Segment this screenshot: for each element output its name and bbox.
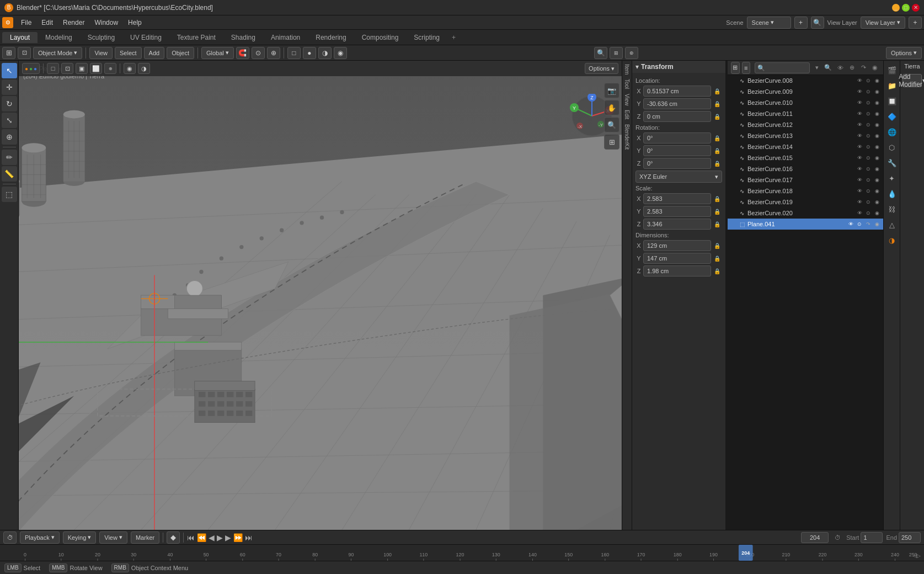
visibility-icon[interactable]: 👁	[856, 176, 863, 184]
move-tool[interactable]: ✛	[2, 79, 17, 95]
render-icon[interactable]: ◉	[873, 143, 881, 151]
render-icon[interactable]: ◉	[873, 132, 881, 140]
view-layer-selector[interactable]: View Layer ▾	[861, 17, 905, 29]
add-modifier-button[interactable]: Add Modifier ▾	[902, 74, 922, 87]
viewport-shading-solid3[interactable]: ▣	[76, 63, 88, 74]
visibility-icon[interactable]: 👁	[856, 209, 863, 217]
visibility-icon[interactable]: 👁	[856, 99, 863, 107]
outliner-item-beziercurve019[interactable]: ∿ BezierCurve.019 👁 ⊙ ◉	[728, 196, 883, 208]
visibility-icon[interactable]: 👁	[856, 132, 863, 140]
timeline-ruler[interactable]: 0 10 20 30 40 50 60 70 80 90 100 110 120…	[0, 544, 924, 561]
select-icon[interactable]: ⊙	[864, 187, 872, 195]
options-btn[interactable]: Options ▾	[886, 47, 922, 59]
outliner-item-beziercurve018[interactable]: ∿ BezierCurve.018 👁 ⊙ ◉	[728, 185, 883, 196]
rotation-y-lock[interactable]: 🔒	[712, 146, 722, 156]
render-vis-icon[interactable]: ◉	[873, 220, 881, 228]
select-icon[interactable]: ⊙	[864, 143, 872, 151]
outliner-select-icon[interactable]: ⊕	[847, 63, 857, 73]
render-icon[interactable]: ◉	[873, 121, 881, 129]
tab-shading[interactable]: Shading	[223, 32, 263, 43]
minimize-button[interactable]: _	[892, 4, 900, 12]
item-side-tab[interactable]: Item	[623, 62, 631, 77]
menu-render[interactable]: Render	[58, 18, 89, 28]
viewport-shading-menu[interactable]: ⊡	[18, 47, 31, 59]
outliner-item-beziercurve009[interactable]: ∿ BezierCurve.009 👁 ⊙ ◉	[728, 86, 883, 97]
visibility-icon[interactable]: 👁	[856, 165, 863, 173]
blender-menu-logo[interactable]: ⊙	[2, 17, 13, 28]
select-icon[interactable]: ⊙	[864, 88, 872, 95]
select-icon[interactable]: ⊙	[864, 110, 872, 118]
outliner-item-beziercurve020[interactable]: ∿ BezierCurve.020 👁 ⊙ ◉	[728, 208, 883, 219]
rotation-z-lock[interactable]: 🔒	[712, 158, 722, 168]
tab-layout[interactable]: Layout	[2, 32, 38, 43]
outliner-render-icon[interactable]: ◉	[870, 63, 880, 73]
scale-x-lock[interactable]: 🔒	[712, 194, 722, 204]
tab-sculpting[interactable]: Sculpting	[80, 32, 122, 43]
scale-y-value[interactable]: 2.583	[643, 206, 711, 217]
rendered-shade-btn[interactable]: ◉	[334, 47, 347, 59]
maximize-button[interactable]: □	[902, 4, 910, 12]
visibility-icon[interactable]: 👁	[856, 154, 863, 162]
tab-uv-editing[interactable]: UV Editing	[122, 32, 169, 43]
view-side-tab[interactable]: View	[623, 92, 631, 108]
visibility-icon[interactable]: 👁	[856, 143, 863, 151]
prev-keyframe-btn[interactable]: ⏪	[197, 533, 206, 542]
annotate-tool[interactable]: ✏	[2, 150, 17, 165]
jump-start-btn[interactable]: ⏮	[187, 533, 195, 542]
visibility-icon[interactable]: 👁	[856, 77, 863, 84]
scale-z-value[interactable]: 3.346	[643, 219, 711, 230]
visibility-icon[interactable]: 👁	[856, 198, 863, 206]
menu-edit[interactable]: Edit	[37, 18, 57, 28]
viewport-shading-solid2[interactable]: ⊡	[61, 63, 73, 74]
rotation-z-value[interactable]: 0°	[643, 158, 711, 169]
location-y-lock[interactable]: 🔒	[712, 99, 722, 109]
scale-y-lock[interactable]: 🔒	[712, 206, 722, 216]
next-keyframe-btn[interactable]: ⏩	[233, 533, 243, 542]
modifier-props-btn[interactable]: 🔧	[885, 156, 899, 170]
visibility-icon[interactable]: 👁	[856, 110, 863, 118]
scale-z-lock[interactable]: 🔒	[712, 219, 722, 229]
viewport-material-prev[interactable]: ◑	[138, 63, 150, 74]
close-button[interactable]: ✕	[912, 4, 920, 12]
viewport-shading-solid4[interactable]: ⬜	[90, 63, 102, 74]
menu-file[interactable]: File	[17, 18, 36, 28]
select-icon[interactable]: ⊙	[864, 121, 872, 129]
particles-props-btn[interactable]: ✦	[885, 171, 899, 185]
rotation-y-value[interactable]: 0°	[643, 145, 711, 156]
select-icon[interactable]: ⊙	[864, 198, 872, 206]
scale-tool[interactable]: ⤡	[2, 113, 17, 128]
tab-rendering[interactable]: Rendering	[308, 32, 354, 43]
data-props-btn[interactable]: △	[885, 217, 899, 232]
render-icon[interactable]: ◉	[873, 209, 881, 217]
physics-props-btn[interactable]: 💧	[885, 187, 899, 201]
render-icon[interactable]: ◉	[873, 110, 881, 118]
rotation-x-lock[interactable]: 🔒	[712, 133, 722, 143]
view-menu[interactable]: View	[89, 47, 113, 59]
visibility-icon-active[interactable]: 👁	[847, 220, 854, 228]
scene-selector[interactable]: Scene ▾	[747, 17, 791, 29]
select-menu[interactable]: Select	[115, 47, 142, 59]
render-props-btn[interactable]: 🎬	[885, 63, 899, 77]
marker-menu[interactable]: Marker	[131, 532, 159, 544]
material-shade-btn[interactable]: ◑	[318, 47, 332, 59]
search-viewport-btn[interactable]: 🔍	[604, 117, 619, 132]
keying-menu[interactable]: Keying ▾	[63, 532, 97, 544]
cursor-tool[interactable]: ↖	[2, 63, 17, 78]
outliner-item-plane041[interactable]: ⬚ Plane.041 👁 ⊙ ↷ ◉	[728, 219, 883, 230]
viewport[interactable]: User Perspective (204) Edificio gobierno…	[19, 61, 622, 530]
tab-texture-paint[interactable]: Texture Paint	[169, 32, 223, 43]
dim-x-value[interactable]: 129 cm	[643, 240, 711, 251]
measure-tool[interactable]: 📏	[2, 166, 17, 182]
dim-y-value[interactable]: 147 cm	[643, 253, 711, 264]
dim-z-lock[interactable]: 🔒	[712, 266, 722, 276]
rotate-tool[interactable]: ↻	[2, 96, 17, 111]
select-icon[interactable]: ⊙	[864, 132, 872, 140]
outliner-all-visible-icon[interactable]: 👁	[835, 63, 845, 73]
select-icon[interactable]: ⊙	[864, 154, 872, 162]
add-cube-tool[interactable]: ⬚	[2, 187, 17, 202]
global-space-selector[interactable]: Global ▾	[201, 47, 234, 59]
transform-panel-header[interactable]: ▾ Transform	[632, 61, 725, 73]
hand-pan-btn[interactable]: ✋	[604, 100, 619, 115]
viewport-shading-solid[interactable]: □	[47, 63, 59, 74]
menu-window[interactable]: Window	[90, 18, 122, 28]
